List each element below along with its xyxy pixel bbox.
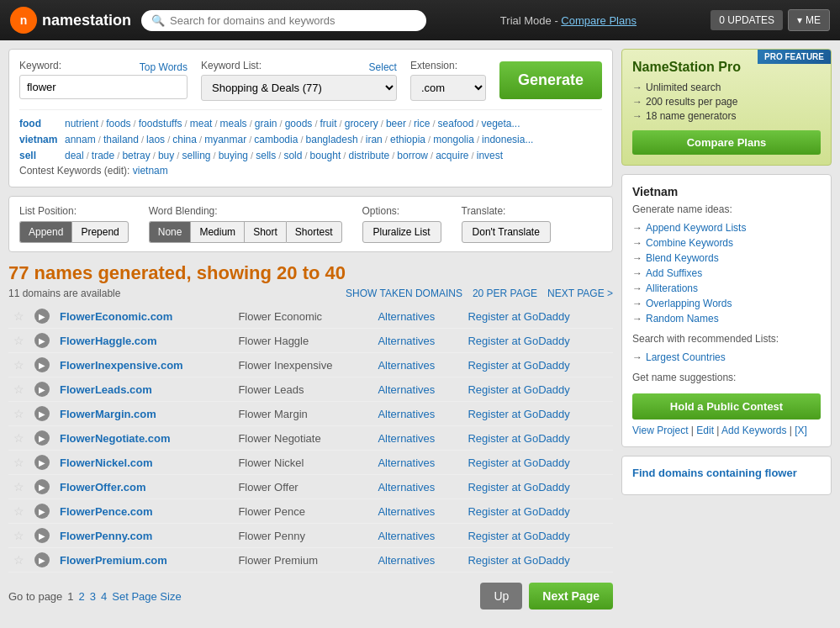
next-page-button[interactable]: Next Page xyxy=(529,583,613,610)
star-icon[interactable]: ☆ xyxy=(13,431,24,445)
alternatives-link[interactable]: Alternatives xyxy=(378,408,435,420)
domain-link[interactable]: FlowerPenny.com xyxy=(60,530,152,542)
audio-icon[interactable]: ▶ xyxy=(34,430,50,446)
add-keywords-link[interactable]: Add Keywords xyxy=(721,425,786,436)
top-words-link[interactable]: Top Words xyxy=(140,61,188,73)
domain-link[interactable]: FlowerPence.com xyxy=(60,505,153,518)
select-link[interactable]: Select xyxy=(369,61,397,73)
me-button[interactable]: ▾ ME xyxy=(788,9,830,31)
register-link[interactable]: Register at GoDaddy xyxy=(468,530,569,542)
domain-link[interactable]: FlowerNickel.com xyxy=(60,456,153,469)
audio-icon[interactable]: ▶ xyxy=(34,382,50,397)
keyword-list-select[interactable]: Shopping & Deals (77) xyxy=(201,75,397,101)
overlapping-words-link[interactable]: Overlapping Words xyxy=(632,296,821,311)
append-button[interactable]: Append xyxy=(19,221,71,243)
page-4-link[interactable]: 4 xyxy=(101,590,107,603)
alternatives-link[interactable]: Alternatives xyxy=(378,456,435,469)
alternatives-link[interactable]: Alternatives xyxy=(378,554,435,567)
star-icon[interactable]: ☆ xyxy=(13,358,24,372)
domain-link[interactable]: FlowerEconomic.com xyxy=(60,310,172,323)
domain-link[interactable]: FlowerInexpensive.com xyxy=(60,359,183,372)
blend-keywords-link[interactable]: Blend Keywords xyxy=(632,251,821,266)
alternatives-link[interactable]: Alternatives xyxy=(378,383,435,396)
audio-icon[interactable]: ▶ xyxy=(34,309,50,324)
random-names-link[interactable]: Random Names xyxy=(632,311,821,326)
star-icon[interactable]: ☆ xyxy=(13,553,24,567)
audio-icon[interactable]: ▶ xyxy=(34,357,50,372)
star-icon[interactable]: ☆ xyxy=(13,309,24,323)
register-link[interactable]: Register at GoDaddy xyxy=(468,432,569,445)
star-icon[interactable]: ☆ xyxy=(13,383,24,396)
domain-link[interactable]: FlowerMargin.com xyxy=(60,408,156,420)
star-icon[interactable]: ☆ xyxy=(13,504,24,518)
domain-link[interactable]: FlowerOffer.com xyxy=(60,481,146,493)
compare-plans-button[interactable]: Compare Plans xyxy=(632,130,821,155)
tag-sell-category[interactable]: sell xyxy=(19,150,61,161)
alternatives-link[interactable]: Alternatives xyxy=(378,359,435,372)
medium-button[interactable]: Medium xyxy=(190,221,244,243)
set-page-size-link[interactable]: Set Page Size xyxy=(112,590,181,603)
search-bar[interactable]: 🔍 xyxy=(141,10,426,31)
audio-icon[interactable]: ▶ xyxy=(34,406,50,421)
register-link[interactable]: Register at GoDaddy xyxy=(468,383,569,396)
audio-icon[interactable]: ▶ xyxy=(34,552,50,567)
pluralize-button[interactable]: Pluralize List xyxy=(362,221,441,243)
shortest-button[interactable]: Shortest xyxy=(286,221,342,243)
updates-button[interactable]: 0 UPDATES xyxy=(711,10,783,30)
register-link[interactable]: Register at GoDaddy xyxy=(468,335,569,347)
audio-icon[interactable]: ▶ xyxy=(34,479,50,494)
register-link[interactable]: Register at GoDaddy xyxy=(468,359,569,372)
audio-icon[interactable]: ▶ xyxy=(34,504,50,519)
star-icon[interactable]: ☆ xyxy=(13,456,24,469)
audio-icon[interactable]: ▶ xyxy=(34,528,50,543)
domain-link[interactable]: FlowerNegotiate.com xyxy=(60,432,170,445)
register-link[interactable]: Register at GoDaddy xyxy=(468,554,569,567)
register-link[interactable]: Register at GoDaddy xyxy=(468,505,569,518)
keyword-input[interactable] xyxy=(19,75,188,99)
alternatives-link[interactable]: Alternatives xyxy=(378,505,435,518)
register-link[interactable]: Register at GoDaddy xyxy=(468,408,569,420)
tag-vietnam-category[interactable]: vietnam xyxy=(19,134,61,145)
audio-icon[interactable]: ▶ xyxy=(34,333,50,348)
close-project-link[interactable]: [X] xyxy=(795,425,807,436)
show-taken-link[interactable]: SHOW TAKEN DOMAINS xyxy=(346,288,462,299)
add-suffixes-link[interactable]: Add Suffixes xyxy=(632,266,821,281)
alternatives-link[interactable]: Alternatives xyxy=(378,335,435,347)
next-page-top-link[interactable]: NEXT PAGE > xyxy=(547,288,613,299)
up-button[interactable]: Up xyxy=(480,583,522,610)
star-icon[interactable]: ☆ xyxy=(13,334,24,347)
generate-button[interactable]: Generate xyxy=(499,61,602,99)
dont-translate-button[interactable]: Don't Translate xyxy=(462,221,551,243)
hold-public-contest-button[interactable]: Hold a Public Contest xyxy=(632,393,821,420)
page-3-link[interactable]: 3 xyxy=(90,590,96,603)
view-project-link[interactable]: View Project xyxy=(632,425,688,436)
prepend-button[interactable]: Prepend xyxy=(71,221,128,243)
search-input[interactable] xyxy=(170,14,416,27)
alliterations-link[interactable]: Alliterations xyxy=(632,281,821,296)
alternatives-link[interactable]: Alternatives xyxy=(378,432,435,445)
alternatives-link[interactable]: Alternatives xyxy=(378,481,435,493)
page-2-link[interactable]: 2 xyxy=(79,590,85,603)
domain-link[interactable]: FlowerLeads.com xyxy=(60,383,152,396)
audio-icon[interactable]: ▶ xyxy=(34,455,50,470)
register-link[interactable]: Register at GoDaddy xyxy=(468,481,569,493)
none-button[interactable]: None xyxy=(149,221,191,243)
contest-keyword-link[interactable]: vietnam xyxy=(133,165,168,177)
tag-food-category[interactable]: food xyxy=(19,118,61,129)
star-icon[interactable]: ☆ xyxy=(13,529,24,542)
alternatives-link[interactable]: Alternatives xyxy=(378,530,435,542)
compare-plans-link[interactable]: Compare Plans xyxy=(561,14,637,27)
append-keyword-lists-link[interactable]: Append Keyword Lists xyxy=(632,220,821,235)
largest-countries-link[interactable]: Largest Countries xyxy=(632,350,821,365)
alternatives-link[interactable]: Alternatives xyxy=(378,310,435,323)
per-page-link[interactable]: 20 PER PAGE xyxy=(473,288,537,299)
star-icon[interactable]: ☆ xyxy=(13,480,24,493)
register-link[interactable]: Register at GoDaddy xyxy=(468,456,569,469)
extension-select[interactable]: .com .net .org xyxy=(410,75,486,101)
star-icon[interactable]: ☆ xyxy=(13,407,24,420)
combine-keywords-link[interactable]: Combine Keywords xyxy=(632,235,821,251)
register-link[interactable]: Register at GoDaddy xyxy=(468,310,569,323)
edit-link[interactable]: Edit xyxy=(696,425,714,436)
domain-link[interactable]: FlowerHaggle.com xyxy=(60,335,157,347)
short-button[interactable]: Short xyxy=(244,221,286,243)
